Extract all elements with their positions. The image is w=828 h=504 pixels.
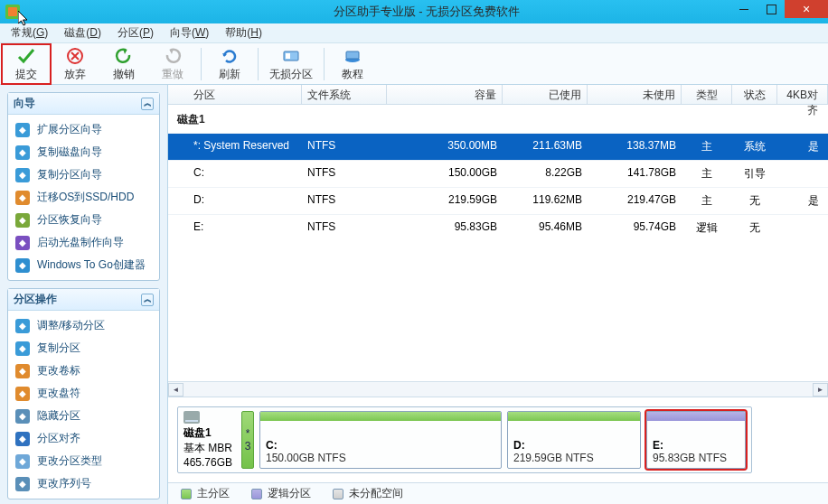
sidebar-item[interactable]: ◆启动光盘制作向导 [8,231,159,254]
cell: 8.22GB [503,164,588,183]
cell: 138.37MB [588,137,682,156]
legend-logical: 逻辑分区 [251,486,311,501]
sidebar-item[interactable]: ◆更改序列号 [8,472,159,495]
table-row[interactable]: C:NTFS150.00GB8.22GB141.78GB主引导 [168,160,828,187]
sidebar-item[interactable]: ◆分区对齐 [8,427,159,450]
chevron-up-icon[interactable]: ︽ [141,98,154,110]
col-4k-align[interactable]: 4KB对齐 [777,85,828,104]
partition-label: C: [266,439,495,452]
item-icon: ◆ [15,364,30,378]
discard-button[interactable]: 放弃 [51,44,99,84]
partition-stripe [647,412,745,421]
sidebar-item-label: 隐藏分区 [37,408,80,424]
partition-bar[interactable]: E:95.83GB NTFS [646,411,746,469]
cell: 引导 [732,164,777,183]
undo-label: 撤销 [113,67,135,82]
check-icon [16,46,36,66]
disk-box[interactable]: 磁盘1 基本 MBR 465.76GB * 3 C:150.00GB NTFSD… [177,406,752,473]
cell: 219.47GB [588,191,682,210]
table-row[interactable]: *: System ReservedNTFS350.00MB211.63MB13… [168,133,828,160]
chevron-up-icon[interactable]: ︽ [141,294,154,306]
sidebar-item[interactable]: ◆复制磁盘向导 [8,141,159,163]
tutorial-icon [343,46,362,66]
minimize-button[interactable] [730,0,757,18]
legend: 主分区 逻辑分区 未分配空间 [168,482,828,504]
table-row[interactable]: D:NTFS219.59GB119.62MB219.47GB主无是 [168,187,828,214]
tutorial-button[interactable]: 教程 [328,44,377,84]
col-filesystem[interactable]: 文件系统 [302,85,387,104]
refresh-button[interactable]: 刷新 [205,44,254,84]
col-used[interactable]: 已使用 [503,85,588,104]
reserved-star: * [246,427,250,440]
close-button[interactable]: × [785,0,828,18]
commit-button[interactable]: 提交 [2,44,51,84]
menu-W[interactable]: 向导(W) [163,23,216,42]
menu-bar: 常规(G)磁盘(D)分区(P)向导(W)帮助(H) [0,23,828,43]
swatch-primary-icon [181,489,192,499]
item-icon: ◆ [15,168,30,182]
sidebar-item[interactable]: ◆更改卷标 [8,359,159,382]
disk-info: 磁盘1 基本 MBR 465.76GB [183,411,236,469]
sidebar-item-label: 复制分区 [37,341,80,356]
cell: 211.63MB [503,137,588,156]
sidebar-item[interactable]: ◆迁移OS到SSD/HDD [8,186,159,209]
maximize-button[interactable] [757,0,785,18]
discard-icon [65,46,85,66]
menu-G[interactable]: 常规(G) [4,23,55,42]
partition-bar[interactable]: C:150.00GB NTFS [259,411,502,469]
sidebar-item[interactable]: ◆分区恢复向导 [8,209,159,231]
table-row[interactable]: E:NTFS95.83GB95.46MB95.74GB逻辑无 [168,214,828,241]
cell: 系统 [732,137,777,156]
lossless-button[interactable]: 无损分区 [262,44,320,84]
reserved-partition-bar[interactable]: * 3 [241,411,254,469]
col-partition[interactable]: 分区 [168,85,302,104]
legend-primary: 主分区 [181,486,230,501]
ops-panel-header[interactable]: 分区操作 ︽ [8,289,159,311]
scroll-right-icon[interactable]: ► [813,383,828,397]
item-icon: ◆ [15,123,30,137]
sidebar-item[interactable]: ◆Windows To Go创建器 [8,254,159,276]
scroll-left-icon[interactable]: ◄ [168,383,183,397]
partition-bar[interactable]: D:219.59GB NTFS [507,411,641,469]
cell: 主 [682,164,732,183]
menu-H[interactable]: 帮助(H) [218,23,269,42]
col-capacity[interactable]: 容量 [387,85,503,104]
sidebar-item[interactable]: ◆复制分区 [8,337,159,359]
partition-sub: 219.59GB NTFS [513,452,635,464]
wizard-panel: 向导 ︽ ◆扩展分区向导◆复制磁盘向导◆复制分区向导◆迁移OS到SSD/HDD◆… [7,92,160,281]
menu-D[interactable]: 磁盘(D) [57,23,108,42]
col-status[interactable]: 状态 [732,85,777,104]
partition-label: E: [653,439,739,452]
col-free[interactable]: 未使用 [588,85,682,104]
sidebar-item[interactable]: ◆更改分区类型 [8,450,159,472]
sidebar-item-label: 分区对齐 [37,431,80,446]
sidebar-item-label: 扩展分区向导 [37,122,102,137]
item-icon: ◆ [15,258,30,273]
wizard-panel-header[interactable]: 向导 ︽ [8,93,159,115]
cell: D: [168,191,302,210]
disk-type: 基本 MBR [183,441,236,456]
sidebar-item-label: Windows To Go创建器 [37,257,146,273]
sidebar-item[interactable]: ◆复制分区向导 [8,163,159,186]
redo-icon [163,46,183,66]
disk-icon [183,411,200,424]
col-type[interactable]: 类型 [682,85,732,104]
item-icon: ◆ [15,319,30,333]
grid-body[interactable]: 磁盘1 *: System ReservedNTFS350.00MB211.63… [168,105,828,381]
menu-P[interactable]: 分区(P) [110,23,161,42]
cell: 95.46MB [503,219,588,238]
sidebar-item[interactable]: ◆隐藏分区 [8,405,159,427]
horizontal-scrollbar[interactable]: ◄ ► [168,381,828,397]
svg-rect-4 [346,51,359,59]
ops-panel: 分区操作 ︽ ◆调整/移动分区◆复制分区◆更改卷标◆更改盘符◆隐藏分区◆分区对齐… [7,288,160,499]
sidebar-item[interactable]: ◆更改盘符 [8,382,159,405]
cell [777,219,828,238]
sidebar-item[interactable]: ◆调整/移动分区 [8,314,159,337]
redo-button[interactable]: 重做 [148,44,197,84]
cell: 无 [732,219,777,238]
partition-label: D: [513,439,635,452]
sidebar-item[interactable]: ◆扩展分区向导 [8,118,159,141]
refresh-label: 刷新 [219,67,240,82]
sidebar-item-label: 更改分区类型 [37,453,102,469]
undo-button[interactable]: 撤销 [99,44,148,84]
